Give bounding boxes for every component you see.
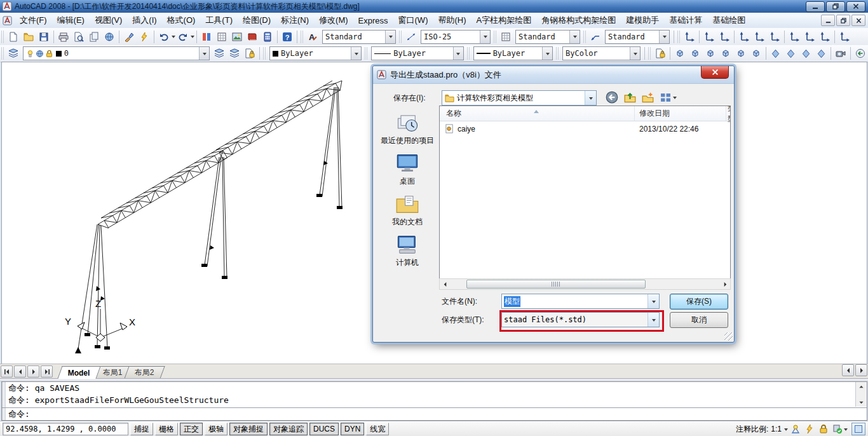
axis-z-label: Z xyxy=(95,298,101,309)
up-one-level-icon[interactable] xyxy=(622,90,637,104)
recent-items-icon xyxy=(395,112,419,133)
export-staad-dialog: 导出生成staad.pro（v8i）文件 保存在(I): 计算软件彩页相关模型 … xyxy=(372,65,735,343)
save-in-combo[interactable]: 计算软件彩页相关模型 xyxy=(442,90,597,106)
dialog-icon xyxy=(377,70,386,79)
annotation-scale-label: 注释比例: xyxy=(736,424,768,435)
file-date: 2013/10/22 22:46 xyxy=(639,125,698,133)
toolbar-lock-icon[interactable] xyxy=(817,423,830,435)
toggle-osnap[interactable]: 对象捕捉 xyxy=(229,423,268,435)
status-tray-icon[interactable] xyxy=(831,423,844,435)
file-name-combo[interactable]: 模型 xyxy=(501,294,660,309)
place-computer[interactable]: 计算机 xyxy=(377,234,438,268)
axis-y-label: Y xyxy=(65,316,71,327)
file-icon xyxy=(445,124,454,133)
annotation-autoscale-icon[interactable] xyxy=(803,423,816,435)
toggle-dyn[interactable]: DYN xyxy=(341,423,364,435)
dialog-title-bar[interactable]: 导出生成staad.pro（v8i）文件 xyxy=(373,66,734,84)
folder-icon xyxy=(445,93,454,103)
command-scrollbar[interactable] xyxy=(855,382,867,407)
annotation-scale-value[interactable]: 1:1 xyxy=(771,425,782,433)
save-in-dropdown xyxy=(585,91,596,105)
tab-last-icon[interactable] xyxy=(41,365,53,378)
save-in-value: 计算软件彩页相关模型 xyxy=(457,93,533,104)
layout-tab-row: Model 布局1 布局2 xyxy=(0,364,868,379)
dialog-close-button[interactable] xyxy=(701,66,729,79)
toggle-ortho[interactable]: 正交 xyxy=(180,423,203,435)
column-name[interactable]: 名称 xyxy=(446,108,461,119)
file-list-header: 名称 修改日期 类型 xyxy=(440,106,730,121)
coordinates-readout: 92.4598, 1.4299 , 0.0000 xyxy=(3,423,128,435)
computer-icon xyxy=(395,234,419,255)
file-list[interactable]: 名称 修改日期 类型 caiye 2013/10/22 22:46 xyxy=(439,106,731,279)
file-list-hscrollbar[interactable] xyxy=(439,278,731,290)
save-in-label: 保存在(I): xyxy=(393,93,426,104)
tab-model[interactable]: Model xyxy=(57,366,100,379)
status-bar: 92.4598, 1.4299 , 0.0000 捕捉 栅格 正交 极轴 对象捕… xyxy=(0,421,868,436)
command-input-line[interactable]: 命令: xyxy=(2,407,867,420)
toggle-ducs[interactable]: DUCS xyxy=(309,423,339,435)
new-folder-icon[interactable] xyxy=(640,90,655,104)
toggle-polar[interactable]: 极轴 xyxy=(205,423,227,435)
cmd-scroll-up-icon[interactable] xyxy=(857,382,867,391)
place-documents[interactable]: 我的文档 xyxy=(377,193,438,228)
file-row-caiye[interactable]: caiye 2013/10/22 22:46 xyxy=(440,122,730,135)
file-name: caiye xyxy=(458,125,475,133)
dialog-title: 导出生成staad.pro（v8i）文件 xyxy=(390,69,501,81)
place-recent[interactable]: 最近使用的项目 xyxy=(377,112,438,146)
scroll-right-icon[interactable] xyxy=(720,280,730,289)
my-documents-icon xyxy=(395,193,419,215)
clean-screen-button[interactable] xyxy=(851,423,865,435)
annotation-scale-dropdown-icon[interactable] xyxy=(784,428,788,433)
back-icon[interactable] xyxy=(604,90,620,104)
toggle-grid[interactable]: 栅格 xyxy=(155,423,178,435)
tab-first-icon[interactable] xyxy=(1,365,13,378)
command-window[interactable]: 命令: qa SAVEAS 命令: exportStaadFileForWLGe… xyxy=(1,381,867,421)
file-type-label: 保存类型(T): xyxy=(442,315,484,325)
cmd-scroll-down-icon[interactable] xyxy=(857,398,867,407)
column-date[interactable]: 修改日期 xyxy=(639,108,670,119)
toggle-otrack[interactable]: 对象追踪 xyxy=(269,423,308,435)
tab-prev-icon[interactable] xyxy=(14,365,26,378)
toggle-snap[interactable]: 捕捉 xyxy=(130,423,153,435)
axis-x-label: X xyxy=(129,317,135,327)
file-type-value: staad Files(*.std) xyxy=(504,315,587,324)
file-name-value: 模型 xyxy=(504,296,520,307)
file-name-label: 文件名(N): xyxy=(442,296,477,307)
sort-ascending-icon xyxy=(534,107,539,113)
tab-layout2[interactable]: 布局2 xyxy=(125,366,165,379)
cancel-button[interactable]: 取消 xyxy=(670,312,728,328)
desktop-icon xyxy=(395,153,419,174)
annotation-visibility-icon[interactable] xyxy=(789,423,802,435)
place-desktop[interactable]: 桌面 xyxy=(377,153,438,187)
hscroll-left-icon[interactable] xyxy=(842,364,854,376)
file-type-combo[interactable]: staad Files(*.std) xyxy=(501,312,660,327)
tab-next-icon[interactable] xyxy=(27,365,39,378)
save-button[interactable]: 保存(S) xyxy=(670,294,728,310)
command-history-line: 命令: exportStaadFileForWLGeGouSteelStruct… xyxy=(2,394,867,406)
hscroll-right-icon[interactable] xyxy=(855,364,867,376)
places-bar: 最近使用的项目 桌面 我的文档 计算机 xyxy=(377,106,438,291)
resize-grip[interactable] xyxy=(724,332,733,341)
views-menu-icon[interactable] xyxy=(658,90,679,104)
tray-dropdown-icon[interactable] xyxy=(844,428,848,433)
toggle-lineweight[interactable]: 线宽 xyxy=(366,423,389,435)
scroll-left-icon[interactable] xyxy=(440,280,450,289)
file-type-highlight: staad Files(*.std) xyxy=(499,310,664,332)
command-history-line: 命令: qa SAVEAS xyxy=(2,382,867,394)
scroll-thumb[interactable] xyxy=(466,280,646,289)
